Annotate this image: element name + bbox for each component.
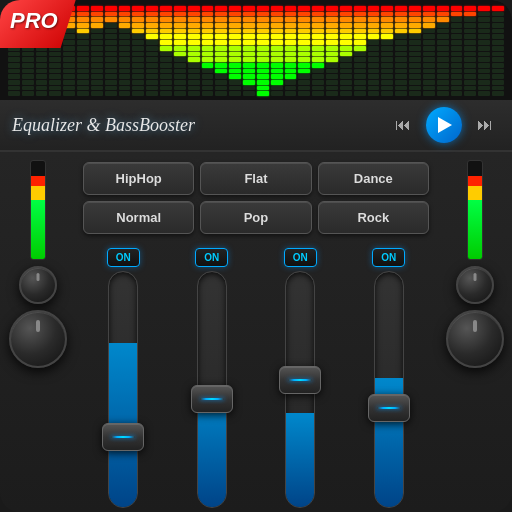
media-controls: ⏮ ⏭: [388, 107, 500, 143]
level-meter-left: [30, 160, 46, 260]
spectrum-bar: [423, 6, 435, 96]
spectrum-bar: [464, 6, 476, 96]
knob-right-top[interactable]: [456, 266, 494, 304]
spectrum-bar: [105, 6, 117, 96]
spectrum-bar: [77, 6, 89, 96]
on-toggle-ch2[interactable]: ON: [195, 248, 228, 267]
next-button[interactable]: ⏭: [470, 110, 500, 140]
fader-track-ch2[interactable]: [197, 271, 227, 508]
spectrum-analyzer: [0, 0, 512, 100]
on-toggle-ch1[interactable]: ON: [107, 248, 140, 267]
level-red-left: [31, 176, 45, 186]
spectrum-bar: [340, 6, 352, 96]
fader-fill-ch3: [286, 413, 314, 507]
fader-handle-ch4[interactable]: [368, 394, 410, 422]
spectrum-bar: [132, 6, 144, 96]
spectrum-bar: [451, 6, 463, 96]
on-toggle-ch3[interactable]: ON: [284, 248, 317, 267]
preset-btn-pop[interactable]: Pop: [200, 201, 311, 234]
spectrum-bar: [146, 6, 158, 96]
spectrum-bar: [437, 6, 449, 96]
on-toggle-row: ONONONON: [79, 248, 433, 267]
spectrum-bar: [229, 6, 241, 96]
fader-channel-ch4: [347, 271, 432, 508]
fader-channel-ch3: [258, 271, 343, 508]
spectrum-bar: [368, 6, 380, 96]
app-title: Equalizer & BassBooster: [12, 115, 388, 136]
spectrum-bar: [202, 6, 214, 96]
fader-handle-ch3[interactable]: [279, 366, 321, 394]
spectrum-bar: [119, 6, 131, 96]
level-meter-right: [467, 160, 483, 260]
knob-right-bottom[interactable]: [446, 310, 504, 368]
spectrum-bar: [285, 6, 297, 96]
fader-channel-ch2: [170, 271, 255, 508]
level-red-right: [468, 176, 482, 186]
preset-btn-hiphop[interactable]: HipHop: [83, 162, 194, 195]
spectrum-bar: [188, 6, 200, 96]
spectrum-bar: [174, 6, 186, 96]
header-bar: Equalizer & BassBooster ⏮ ⏭: [0, 100, 512, 152]
center-content: HipHopFlatDanceNormalPopRock ONONONON: [75, 152, 437, 512]
spectrum-bar: [91, 6, 103, 96]
spectrum-bar: [381, 6, 393, 96]
preset-grid: HipHopFlatDanceNormalPopRock: [75, 152, 437, 244]
spectrum-bar: [257, 6, 269, 96]
spectrum-bar: [326, 6, 338, 96]
fader-track-ch3[interactable]: [285, 271, 315, 508]
right-panel: [437, 152, 512, 512]
app-container: PRO Equalizer & BassBooster ⏮ ⏭ HipHopFl…: [0, 0, 512, 512]
spectrum-bar: [215, 6, 227, 96]
spectrum-bar: [409, 6, 421, 96]
level-yellow-right: [468, 186, 482, 201]
fader-track-ch4[interactable]: [374, 271, 404, 508]
prev-button[interactable]: ⏮: [388, 110, 418, 140]
spectrum-bar: [492, 6, 504, 96]
preset-btn-normal[interactable]: Normal: [83, 201, 194, 234]
level-yellow-left: [31, 186, 45, 201]
spectrum-bar: [478, 6, 490, 96]
spectrum-bar: [298, 6, 310, 96]
preset-btn-dance[interactable]: Dance: [318, 162, 429, 195]
spectrum-bar: [271, 6, 283, 96]
knob-left-bottom[interactable]: [9, 310, 67, 368]
preset-btn-rock[interactable]: Rock: [318, 201, 429, 234]
spectrum-bar: [160, 6, 172, 96]
level-green-right: [468, 200, 482, 259]
faders-container: [79, 271, 433, 508]
on-toggle-ch4[interactable]: ON: [372, 248, 405, 267]
fader-handle-ch2[interactable]: [191, 385, 233, 413]
preset-btn-flat[interactable]: Flat: [200, 162, 311, 195]
spectrum-bar: [395, 6, 407, 96]
fader-section: ONONONON: [75, 244, 437, 512]
spectrum-bar: [243, 6, 255, 96]
play-button[interactable]: [426, 107, 462, 143]
spectrum-bar: [354, 6, 366, 96]
fader-channel-ch1: [81, 271, 166, 508]
level-green-left: [31, 200, 45, 259]
mixer-area: HipHopFlatDanceNormalPopRock ONONONON: [0, 152, 512, 512]
fader-handle-ch1[interactable]: [102, 423, 144, 451]
knob-left-top[interactable]: [19, 266, 57, 304]
left-panel: [0, 152, 75, 512]
pro-badge-text: PRO: [10, 8, 58, 33]
fader-track-ch1[interactable]: [108, 271, 138, 508]
spectrum-bar: [312, 6, 324, 96]
